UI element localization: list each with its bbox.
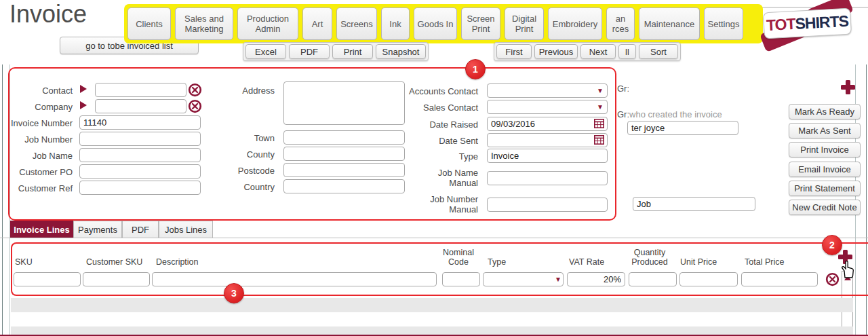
col-header-type: Type — [488, 257, 506, 267]
country-input[interactable] — [283, 179, 405, 193]
type-input[interactable] — [487, 149, 608, 163]
postcode-input[interactable] — [283, 163, 405, 177]
add-record-icon[interactable] — [841, 80, 855, 94]
accounts-contact-label: Accounts Contact — [387, 86, 478, 96]
row-delete-icon[interactable] — [825, 272, 840, 286]
print-statement-button[interactable]: Print Statement — [789, 181, 861, 196]
nav-clients[interactable]: Clients — [127, 7, 171, 40]
nav-digital-print[interactable]: Digital Print — [505, 7, 544, 40]
job-name-manual-input[interactable] — [487, 171, 608, 185]
contact-input[interactable] — [95, 83, 186, 97]
town-label: Town — [207, 133, 275, 143]
nav-maintenance[interactable]: Maintenance — [639, 7, 700, 40]
tab-payments[interactable]: Payments — [73, 221, 122, 238]
type-label: Type — [387, 151, 478, 162]
tab-invoice-lines[interactable]: Invoice Lines — [10, 221, 73, 238]
record-nav-toolbar: First Previous Next ll Sort — [494, 42, 681, 61]
job-number-input[interactable] — [79, 132, 201, 146]
nav-human-resources-clipped[interactable]: an rces — [606, 7, 635, 40]
nav-ink[interactable]: Ink — [381, 7, 410, 40]
mark-as-sent-button[interactable]: Mark As Sent — [789, 123, 861, 138]
nav-art[interactable]: Art — [302, 7, 332, 40]
row-vat-rate-input[interactable] — [567, 272, 625, 286]
customer-ref-label: Customer Ref — [5, 183, 73, 193]
job-name-manual-label: Job Name Manual — [416, 168, 478, 188]
creator-caption-prefix: Gr: — [617, 109, 629, 119]
tab-strip-underline — [0, 238, 868, 238]
previous-button[interactable]: Previous — [534, 44, 578, 59]
row-quantity-produced-input[interactable] — [629, 272, 677, 286]
nav-screens[interactable]: Screens — [336, 7, 377, 40]
contact-arrow-icon[interactable] — [80, 85, 87, 93]
date-raised-calendar-icon[interactable] — [594, 119, 604, 128]
row-type-select[interactable] — [483, 272, 564, 286]
company-arrow-icon[interactable] — [80, 101, 87, 109]
date-sent-calendar-icon[interactable] — [594, 135, 604, 145]
date-sent-input[interactable] — [487, 133, 608, 147]
invoice-number-label: Invoice Number — [5, 118, 73, 128]
sales-contact-dropdown-icon[interactable]: ▼ — [597, 104, 604, 111]
sales-contact-select[interactable] — [487, 100, 608, 114]
sales-contact-label: Sales Contact — [387, 102, 478, 113]
postcode-label: Postcode — [207, 166, 275, 176]
contact-clear-icon[interactable] — [188, 83, 202, 97]
row-description-input[interactable] — [152, 272, 437, 286]
company-clear-icon[interactable] — [188, 99, 202, 113]
contact-label: Contact — [5, 86, 73, 96]
new-credit-note-button[interactable]: New Credit Note — [789, 200, 861, 215]
row-type-dropdown-icon[interactable]: ▼ — [555, 276, 561, 283]
first-button[interactable]: First — [496, 44, 532, 59]
mouse-cursor-hand — [840, 260, 854, 282]
logo-text-tot: TOT — [766, 15, 795, 35]
tab-jobs-lines[interactable]: Jobs Lines — [159, 221, 213, 238]
nav-settings[interactable]: Settings — [704, 7, 743, 40]
grid-empty-row-stripe — [11, 326, 853, 335]
job-number-manual-input[interactable] — [487, 198, 608, 212]
col-header-nominal-code: Nominal Code — [437, 248, 479, 267]
customer-po-input[interactable] — [79, 164, 201, 179]
accounts-contact-dropdown-icon[interactable]: ▼ — [597, 88, 604, 94]
mark-as-ready-button[interactable]: Mark As Ready — [789, 104, 861, 119]
window-border-left-outer — [2, 64, 3, 336]
annotation-circle-2: 2 — [822, 235, 842, 255]
row-total-price-input[interactable] — [741, 272, 818, 286]
col-header-quantity-produced: Quantity Produced — [625, 248, 674, 267]
tab-pdf[interactable]: PDF — [122, 221, 159, 238]
nav-sales-marketing[interactable]: Sales and Marketing — [175, 7, 233, 40]
nav-production-admin[interactable]: Production Admin — [237, 7, 298, 40]
row-nominal-code-input[interactable] — [442, 272, 480, 286]
nav-goods-in[interactable]: Goods In — [414, 7, 457, 40]
job-filter-input[interactable] — [633, 197, 755, 211]
job-number-label: Job Number — [5, 134, 73, 145]
invoice-number-input[interactable] — [79, 115, 201, 130]
next-button[interactable]: Next — [580, 44, 616, 59]
accounts-contact-select[interactable] — [487, 83, 608, 98]
col-header-sku: SKU — [15, 257, 33, 267]
country-label: Country — [207, 182, 275, 192]
nav-embroidery[interactable]: Embroidery — [548, 7, 602, 40]
sort-button[interactable]: Sort — [639, 44, 678, 59]
date-raised-input[interactable] — [487, 117, 608, 131]
snapshot-button[interactable]: Snapshot — [376, 44, 426, 59]
print-invoice-button[interactable]: Print Invoice — [789, 142, 861, 157]
creator-caption-hint: who created the invoice — [629, 109, 722, 119]
nav-screen-print[interactable]: Screen Print — [461, 7, 500, 40]
print-button[interactable]: Print — [332, 44, 373, 59]
col-header-description: Description — [156, 257, 199, 267]
row-unit-price-input[interactable] — [679, 272, 738, 286]
job-name-input[interactable] — [79, 148, 201, 162]
window-border-right-outer — [866, 64, 867, 336]
company-input[interactable] — [95, 99, 186, 113]
excel-button[interactable]: Excel — [245, 44, 286, 59]
customer-ref-input[interactable] — [79, 181, 201, 195]
col-header-unit-price: Unit Price — [680, 257, 717, 267]
pdf-button[interactable]: PDF — [289, 44, 330, 59]
row-sku-input[interactable] — [14, 272, 81, 286]
page-title: Invoice — [9, 0, 87, 29]
creator-input[interactable] — [627, 121, 738, 135]
totshirts-logo: TOTSHIRTS — [764, 1, 853, 45]
grid-empty-row-stripe — [11, 298, 853, 312]
row-customer-sku-input[interactable] — [83, 272, 150, 286]
all-button-clipped[interactable]: ll — [618, 44, 636, 59]
email-invoice-button[interactable]: Email Invoice — [789, 162, 861, 177]
